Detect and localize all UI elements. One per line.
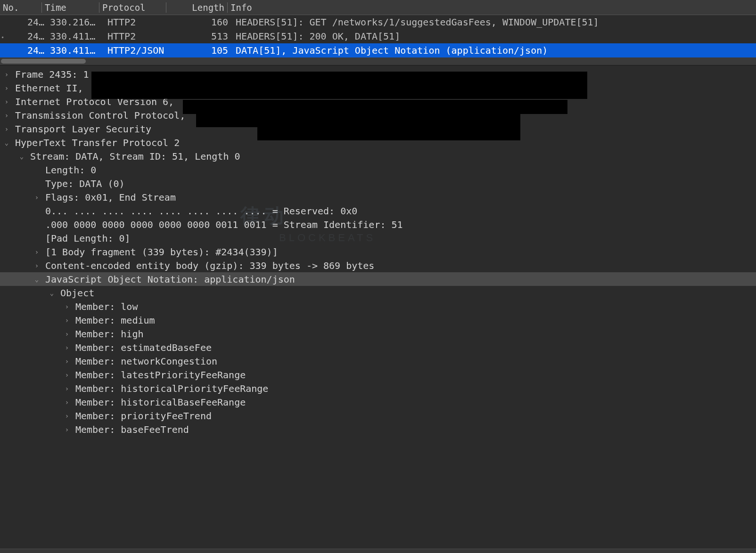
chevron-right-icon[interactable]: ›: [2, 112, 11, 119]
chevron-right-icon[interactable]: ›: [62, 398, 72, 406]
bottom-bar: [0, 548, 756, 553]
tree-label: Member: priorityFeeTrend: [72, 410, 212, 422]
chevron-right-icon[interactable]: ›: [62, 330, 72, 338]
packet-protocol: HTTP2: [105, 31, 172, 42]
tree-label: Member: historicalPriorityFeeRange: [72, 383, 268, 394]
chevron-right-icon[interactable]: ›: [62, 412, 72, 420]
scrollbar-thumb[interactable]: [1, 59, 86, 64]
tree-label: [1 Body fragment (339 bytes): #2434(339)…: [41, 246, 278, 258]
column-header-info[interactable]: Info: [227, 2, 756, 13]
row-marker: [0, 31, 6, 42]
tree-label: Type: DATA (0): [41, 178, 125, 189]
packet-no: 24…: [6, 16, 47, 28]
tree-label: Length: 0: [41, 164, 96, 176]
packet-list-panel: No. Time Protocol Length Info 24…330.216…: [0, 0, 756, 65]
tree-label: Content-encoded entity body (gzip): 339 …: [41, 260, 374, 271]
chevron-right-icon[interactable]: ›: [62, 371, 72, 379]
tree-label: Member: networkCongestion: [72, 356, 217, 367]
tree-label: Flags: 0x01, End Stream: [41, 192, 176, 203]
packet-row[interactable]: 24…330.411…HTTP2513HEADERS[51]: 200 OK, …: [0, 29, 756, 43]
packet-row[interactable]: 24…330.216…HTTP2160HEADERS[51]: GET /net…: [0, 15, 756, 29]
packet-list-scrollbar[interactable]: [0, 57, 756, 65]
chevron-down-icon[interactable]: ⌄: [2, 139, 11, 146]
packet-time: 330.411…: [47, 31, 105, 42]
redaction-block: [183, 100, 567, 114]
tree-row[interactable]: ›Member: low: [0, 300, 756, 313]
redaction-block: [196, 114, 520, 127]
tree-row[interactable]: .000 0000 0000 0000 0000 0000 0011 0011 …: [0, 218, 756, 231]
chevron-right-icon[interactable]: ›: [62, 426, 72, 433]
tree-row[interactable]: [Pad Length: 0]: [0, 231, 756, 245]
tree-row[interactable]: ›Member: estimatedBaseFee: [0, 341, 756, 354]
tree-label: Ethernet II,: [11, 82, 83, 94]
tree-label: [Pad Length: 0]: [41, 233, 131, 244]
tree-row[interactable]: ›Member: high: [0, 327, 756, 341]
tree-row[interactable]: ›Member: historicalBaseFeeRange: [0, 395, 756, 409]
packet-time: 330.216…: [47, 16, 105, 28]
expander-none: [32, 180, 41, 187]
tree-row[interactable]: ›Member: networkCongestion: [0, 354, 756, 368]
column-header-protocol[interactable]: Protocol: [99, 2, 166, 13]
tree-label: Frame 2435: 1: [11, 69, 89, 80]
tree-row[interactable]: ›Flags: 0x01, End Stream: [0, 190, 756, 204]
chevron-right-icon[interactable]: ›: [2, 84, 11, 92]
packet-info: DATA[51], JavaScript Object Notation (ap…: [233, 45, 756, 56]
packet-length: 105: [172, 45, 233, 56]
column-header-no[interactable]: No.: [0, 2, 41, 13]
expander-none: [32, 166, 41, 174]
chevron-right-icon[interactable]: ›: [2, 125, 11, 133]
tree-label: Member: historicalBaseFeeRange: [72, 397, 246, 408]
tree-label: Transmission Control Protocol,: [11, 110, 185, 121]
packet-length: 513: [172, 31, 233, 42]
packet-protocol: HTTP2/JSON: [105, 45, 172, 56]
expander-none: [32, 207, 41, 215]
chevron-right-icon[interactable]: ›: [62, 317, 72, 324]
chevron-down-icon[interactable]: ⌄: [17, 153, 26, 160]
chevron-right-icon[interactable]: ›: [62, 303, 72, 310]
tree-row[interactable]: Length: 0: [0, 163, 756, 177]
tree-label: HyperText Transfer Protocol 2: [11, 137, 180, 148]
packet-list-header: No. Time Protocol Length Info: [0, 0, 756, 15]
tree-row[interactable]: ›Member: priorityFeeTrend: [0, 409, 756, 423]
tree-row[interactable]: ⌄Object: [0, 286, 756, 300]
column-header-time[interactable]: Time: [41, 2, 99, 13]
tree-row[interactable]: Type: DATA (0): [0, 177, 756, 190]
tree-row[interactable]: ›Member: latestPriorityFeeRange: [0, 368, 756, 382]
packet-info: HEADERS[51]: 200 OK, DATA[51]: [233, 31, 756, 42]
packet-row[interactable]: 24…330.411…HTTP2/JSON105DATA[51], JavaSc…: [0, 43, 756, 57]
tree-label: Transport Layer Security: [11, 123, 151, 135]
tree-label: JavaScript Object Notation: application/…: [41, 274, 295, 285]
tree-row[interactable]: ›Member: baseFeeTrend: [0, 423, 756, 436]
chevron-right-icon[interactable]: ›: [62, 385, 72, 392]
expander-none: [32, 235, 41, 242]
tree-label: 0... .... .... .... .... .... .... .... …: [41, 205, 357, 217]
redaction-block: [257, 127, 520, 140]
chevron-right-icon[interactable]: ›: [62, 344, 72, 351]
chevron-right-icon[interactable]: ›: [32, 194, 41, 201]
tree-label: Member: medium: [72, 315, 155, 326]
tree-label: Member: high: [72, 328, 144, 340]
packet-no: 24…: [6, 45, 47, 56]
column-header-length[interactable]: Length: [166, 2, 227, 13]
chevron-right-icon[interactable]: ›: [2, 71, 11, 78]
expander-none: [32, 221, 41, 228]
tree-row[interactable]: ›Member: medium: [0, 313, 756, 327]
chevron-right-icon[interactable]: ›: [32, 262, 41, 269]
tree-label: Member: baseFeeTrend: [72, 424, 189, 435]
tree-row[interactable]: ›[1 Body fragment (339 bytes): #2434(339…: [0, 245, 756, 259]
chevron-right-icon[interactable]: ›: [32, 248, 41, 256]
tree-row[interactable]: ⌄JavaScript Object Notation: application…: [0, 272, 756, 286]
tree-row[interactable]: ⌄Stream: DATA, Stream ID: 51, Length 0: [0, 149, 756, 163]
packet-protocol: HTTP2: [105, 16, 172, 28]
tree-label: Member: latestPriorityFeeRange: [72, 369, 246, 381]
redaction-block: [91, 72, 587, 99]
tree-label: Member: low: [72, 301, 138, 312]
chevron-down-icon[interactable]: ⌄: [47, 289, 57, 297]
chevron-right-icon[interactable]: ›: [62, 358, 72, 365]
chevron-right-icon[interactable]: ›: [2, 98, 11, 106]
packet-time: 330.411…: [47, 45, 105, 56]
tree-row[interactable]: ›Member: historicalPriorityFeeRange: [0, 382, 756, 395]
chevron-down-icon[interactable]: ⌄: [32, 276, 41, 283]
tree-row[interactable]: ›Content-encoded entity body (gzip): 339…: [0, 259, 756, 272]
tree-row[interactable]: 0... .... .... .... .... .... .... .... …: [0, 204, 756, 218]
